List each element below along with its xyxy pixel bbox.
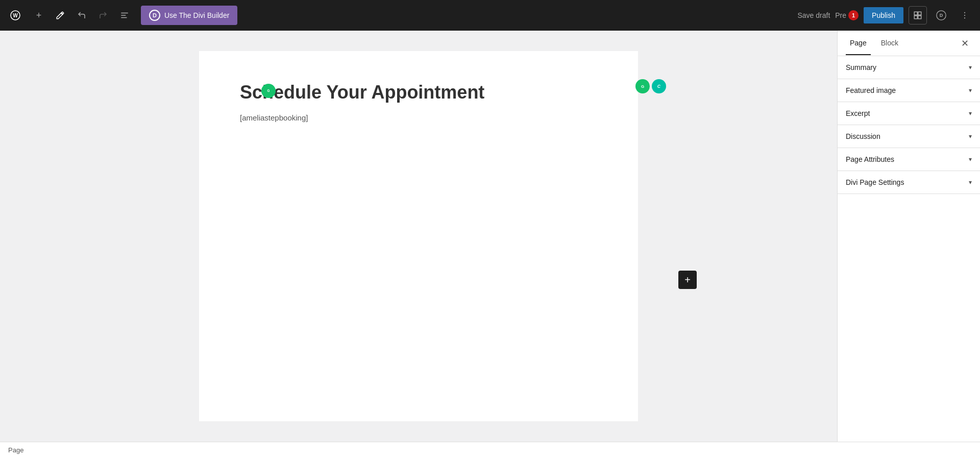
svg-rect-6 xyxy=(918,12,921,15)
svg-text:C: C xyxy=(657,84,661,89)
chevron-down-icon: ▾ xyxy=(969,156,972,163)
save-draft-button[interactable]: Save draft xyxy=(797,11,830,19)
main-content: G G C Schedu xyxy=(0,31,980,442)
section-excerpt: Excerpt ▾ xyxy=(838,102,980,125)
chevron-down-icon: ▾ xyxy=(969,87,972,94)
svg-point-11 xyxy=(964,12,965,13)
sidebar-sections: Summary ▾ Featured image ▾ Excerpt ▾ xyxy=(838,56,980,442)
publish-button[interactable]: Publish xyxy=(864,7,903,23)
tab-page[interactable]: Page xyxy=(846,32,871,55)
tools-button[interactable] xyxy=(51,6,69,25)
preview-badge: 1 xyxy=(848,10,859,20)
view-toggle-button[interactable] xyxy=(909,6,927,25)
chevron-down-icon: ▾ xyxy=(969,179,972,186)
section-discussion: Discussion ▾ xyxy=(838,125,980,148)
section-divi-page-settings: Divi Page Settings ▾ xyxy=(838,171,980,194)
more-options-button[interactable] xyxy=(955,6,974,25)
section-featured-image: Featured image ▾ xyxy=(838,79,980,102)
right-sidebar: Page Block ✕ Summary ▾ Featured image xyxy=(837,31,980,442)
grammarly-icon-1[interactable]: G xyxy=(261,84,276,98)
shortcode-block[interactable]: [ameliastepbooking] xyxy=(240,113,597,122)
svg-rect-5 xyxy=(914,12,917,15)
chevron-down-icon: ▾ xyxy=(969,64,972,71)
toolbar-right: Save draft Pre 1 Publish D xyxy=(797,6,974,25)
add-new-block-button[interactable]: + xyxy=(678,271,697,289)
wordpress-logo[interactable]: W xyxy=(6,6,24,25)
svg-point-13 xyxy=(964,17,965,18)
page-title-wrapper: Schedule Your Appointment xyxy=(240,82,597,103)
svg-text:G: G xyxy=(267,89,270,92)
undo-button[interactable] xyxy=(72,6,91,25)
chevron-down-icon: ▾ xyxy=(969,110,972,117)
section-divi-page-settings-header[interactable]: Divi Page Settings ▾ xyxy=(838,171,980,194)
toolbar-left: W + xyxy=(6,6,237,25)
section-page-attributes-header[interactable]: Page Attributes ▾ xyxy=(838,148,980,171)
sidebar-close-button[interactable]: ✕ xyxy=(958,36,972,51)
preview-button[interactable]: Pre 1 xyxy=(835,10,859,20)
page-title[interactable]: Schedule Your Appointment xyxy=(240,82,597,103)
status-bar: Page xyxy=(0,442,980,458)
section-excerpt-header[interactable]: Excerpt ▾ xyxy=(838,102,980,125)
tab-block[interactable]: Block xyxy=(877,32,902,55)
svg-text:G: G xyxy=(641,84,644,89)
status-label: Page xyxy=(8,446,23,454)
svg-rect-8 xyxy=(918,16,921,19)
grammarly-green-icon[interactable]: G xyxy=(635,79,650,93)
sidebar-header: Page Block ✕ xyxy=(838,31,980,56)
divi-circle-icon: D xyxy=(149,10,160,21)
document-overview-button[interactable] xyxy=(115,6,134,25)
editor-action-icons: G C xyxy=(635,79,666,93)
svg-text:D: D xyxy=(940,13,943,18)
add-block-button[interactable]: + xyxy=(30,6,48,25)
chevron-down-icon: ▾ xyxy=(969,133,972,140)
section-summary-header[interactable]: Summary ▾ xyxy=(838,56,980,79)
divi-d-button[interactable]: D xyxy=(932,6,950,25)
redo-button[interactable] xyxy=(94,6,112,25)
divi-builder-button[interactable]: D Use The Divi Builder xyxy=(141,6,237,25)
section-summary: Summary ▾ xyxy=(838,56,980,79)
svg-point-12 xyxy=(964,15,965,16)
section-featured-image-header[interactable]: Featured image ▾ xyxy=(838,79,980,102)
svg-rect-7 xyxy=(914,16,917,19)
editor-canvas: G G C Schedu xyxy=(199,51,638,421)
section-page-attributes: Page Attributes ▾ xyxy=(838,148,980,171)
grammarly-teal-icon[interactable]: C xyxy=(652,79,666,93)
main-toolbar: W + xyxy=(0,0,980,31)
svg-text:W: W xyxy=(13,13,18,18)
editor-area: G G C Schedu xyxy=(0,31,837,442)
section-discussion-header[interactable]: Discussion ▾ xyxy=(838,125,980,148)
